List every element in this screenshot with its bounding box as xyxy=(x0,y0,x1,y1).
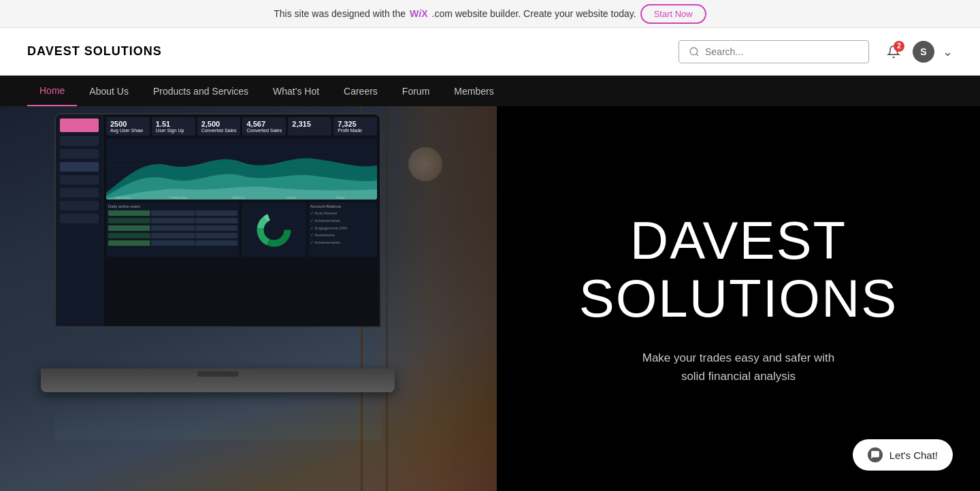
svg-text:April: April xyxy=(287,196,295,200)
svg-text:February: February xyxy=(169,196,188,200)
chat-button[interactable]: Let's Chat! xyxy=(853,439,953,471)
main-nav: Home About Us Products and Services What… xyxy=(0,76,980,106)
search-bar xyxy=(679,40,869,63)
header-right: 2 S ⌄ xyxy=(883,41,953,63)
svg-text:January: January xyxy=(115,196,131,200)
dashboard-sidebar xyxy=(56,114,103,326)
search-input[interactable] xyxy=(705,46,855,57)
svg-text:May: May xyxy=(336,196,345,200)
notification-bell[interactable]: 2 xyxy=(883,41,904,63)
notification-badge: 2 xyxy=(894,41,904,52)
hero-subtitle: Make your trades easy and safer with sol… xyxy=(636,349,840,385)
hero-section: 2500Avg User Shaw 1.51User Sign Up 2,500… xyxy=(0,106,980,491)
avatar[interactable]: S xyxy=(913,41,934,63)
laptop-mockup: 2500Avg User Shaw 1.51User Sign Up 2,500… xyxy=(0,106,497,491)
nav-item-forum[interactable]: Forum xyxy=(390,76,442,106)
top-banner: This site was designed with the WiX .com… xyxy=(0,0,980,28)
header: DAVEST SOLUTIONS 2 S ⌄ xyxy=(0,28,980,76)
nav-item-members[interactable]: Members xyxy=(442,76,506,106)
search-icon xyxy=(689,46,700,57)
svg-line-1 xyxy=(696,54,698,56)
svg-text:March: March xyxy=(233,196,245,200)
chat-label: Let's Chat! xyxy=(889,449,938,461)
hero-title: DAVEST SOLUTIONS xyxy=(579,212,898,329)
chevron-down-icon[interactable]: ⌄ xyxy=(943,44,953,59)
site-logo: DAVEST SOLUTIONS xyxy=(27,44,679,59)
svg-point-0 xyxy=(690,48,698,55)
nav-item-whats-hot[interactable]: What's Hot xyxy=(261,76,331,106)
laptop: 2500Avg User Shaw 1.51User Sign Up 2,500… xyxy=(41,113,422,399)
banner-text-before: This site was designed with the xyxy=(274,8,406,19)
chat-icon xyxy=(868,447,883,462)
hero-text-panel: DAVEST SOLUTIONS Make your trades easy a… xyxy=(497,106,980,491)
banner-text-middle: .com website builder. Create your websit… xyxy=(432,8,636,19)
wix-logo: WiX xyxy=(410,8,427,19)
hero-image: 2500Avg User Shaw 1.51User Sign Up 2,500… xyxy=(0,106,497,491)
svg-point-14 xyxy=(266,221,282,238)
nav-item-products[interactable]: Products and Services xyxy=(141,76,261,106)
start-now-button[interactable]: Start Now xyxy=(640,4,706,24)
nav-item-home[interactable]: Home xyxy=(27,76,77,106)
nav-item-about[interactable]: About Us xyxy=(77,76,141,106)
nav-item-careers[interactable]: Careers xyxy=(331,76,390,106)
dashboard-main: 2500Avg User Shaw 1.51User Sign Up 2,500… xyxy=(103,114,380,326)
